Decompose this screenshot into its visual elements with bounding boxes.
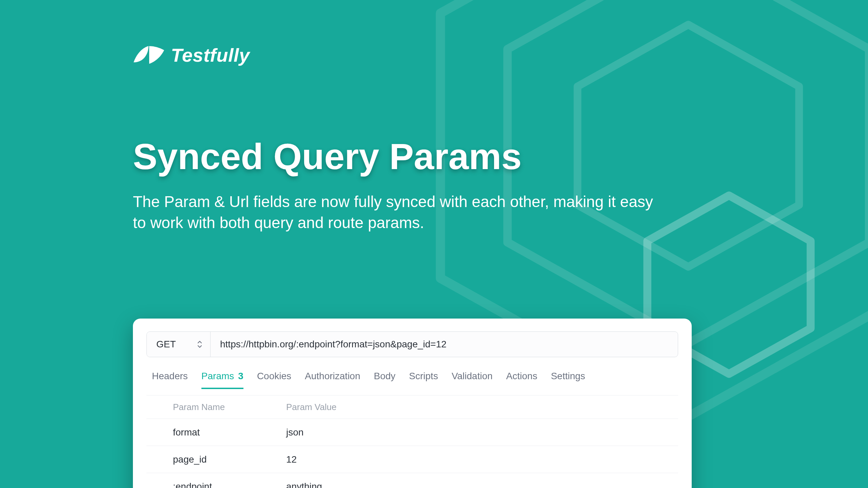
url-input[interactable]: https://httpbin.org/:endpoint?format=jso… — [211, 332, 678, 357]
page-title: Synced Query Params — [133, 137, 736, 176]
params-header-name: Param Name — [146, 395, 279, 419]
params-header-row: Param Name Param Value — [146, 395, 678, 419]
tab-authorization[interactable]: Authorization — [305, 371, 360, 389]
tab-cookies[interactable]: Cookies — [257, 371, 291, 389]
params-header-value: Param Value — [279, 395, 678, 419]
http-method-select[interactable]: GET — [147, 332, 211, 357]
chevron-updown-icon — [197, 340, 203, 349]
tab-label: Settings — [551, 371, 585, 382]
tab-scripts[interactable]: Scripts — [409, 371, 438, 389]
brand-logo: Testfully — [133, 44, 736, 66]
tab-actions[interactable]: Actions — [506, 371, 537, 389]
leaf-icon — [133, 45, 165, 65]
page-subtitle: The Param & Url fields are now fully syn… — [133, 191, 655, 233]
request-row: GET https://httpbin.org/:endpoint?format… — [146, 331, 678, 357]
param-value-cell[interactable]: json — [279, 419, 678, 446]
tab-label: Headers — [152, 371, 188, 382]
tab-label: Params — [201, 371, 234, 382]
request-card: GET https://httpbin.org/:endpoint?format… — [133, 319, 692, 488]
table-row: formatjson — [146, 419, 678, 446]
tab-headers[interactable]: Headers — [152, 371, 188, 389]
tab-settings[interactable]: Settings — [551, 371, 585, 389]
table-row: page_id12 — [146, 446, 678, 473]
tab-body[interactable]: Body — [374, 371, 396, 389]
tab-label: Authorization — [305, 371, 360, 382]
param-value-cell[interactable]: 12 — [279, 446, 678, 473]
param-name-cell[interactable]: page_id — [146, 446, 279, 473]
tab-label: Cookies — [257, 371, 291, 382]
tab-bar: HeadersParams3CookiesAuthorizationBodySc… — [146, 371, 678, 389]
tab-validation[interactable]: Validation — [452, 371, 493, 389]
brand-name: Testfully — [171, 44, 250, 66]
tab-label: Actions — [506, 371, 537, 382]
param-value-cell[interactable]: anything — [279, 473, 678, 488]
tab-label: Body — [374, 371, 396, 382]
param-name-cell[interactable]: :endpoint — [146, 473, 279, 488]
param-name-cell[interactable]: format — [146, 419, 279, 446]
table-row: :endpointanything — [146, 473, 678, 488]
tab-count: 3 — [238, 371, 243, 382]
tab-label: Validation — [452, 371, 493, 382]
url-value: https://httpbin.org/:endpoint?format=jso… — [220, 339, 447, 350]
params-table: Param Name Param Value formatjsonpage_id… — [146, 395, 678, 488]
tab-params[interactable]: Params3 — [201, 371, 243, 389]
tab-label: Scripts — [409, 371, 438, 382]
http-method-value: GET — [156, 339, 176, 350]
